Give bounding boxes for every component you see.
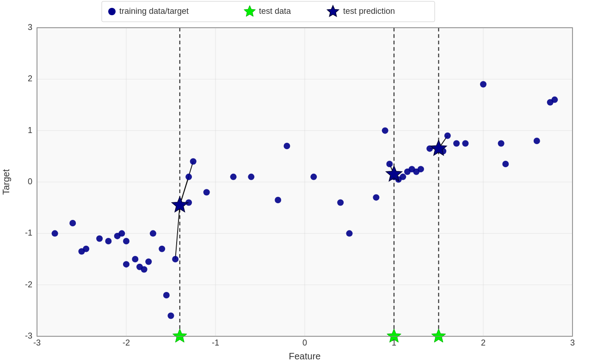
svg-point-45 — [52, 230, 58, 237]
svg-text:3: 3 — [570, 338, 575, 347]
svg-text:0: 0 — [28, 177, 32, 186]
svg-point-72 — [310, 174, 317, 180]
svg-text:Feature: Feature — [289, 351, 321, 361]
svg-point-80 — [400, 174, 406, 180]
svg-point-84 — [418, 166, 424, 172]
svg-point-58 — [145, 259, 152, 265]
svg-point-55 — [132, 256, 138, 262]
svg-point-57 — [141, 266, 148, 273]
svg-point-71 — [283, 143, 290, 149]
svg-point-48 — [83, 246, 89, 252]
svg-point-94 — [534, 138, 540, 144]
svg-point-91 — [480, 81, 486, 87]
svg-text:-1: -1 — [212, 338, 219, 347]
svg-point-63 — [172, 256, 179, 262]
svg-point-46 — [69, 220, 76, 226]
svg-point-60 — [159, 246, 165, 252]
svg-point-53 — [123, 238, 129, 244]
svg-point-75 — [373, 194, 379, 200]
svg-point-96 — [551, 97, 558, 103]
svg-text:-2: -2 — [123, 338, 130, 347]
chart-container: -3-2-10123-3-2-10123FeatureTargettrainin… — [0, 0, 591, 364]
svg-text:-3: -3 — [33, 338, 41, 347]
svg-text:3: 3 — [28, 23, 32, 32]
svg-text:2: 2 — [481, 338, 486, 347]
svg-point-68 — [230, 174, 237, 180]
svg-text:1: 1 — [28, 126, 32, 135]
svg-text:0: 0 — [302, 338, 307, 347]
svg-point-73 — [337, 200, 344, 206]
svg-point-49 — [96, 235, 103, 242]
svg-point-74 — [346, 230, 353, 237]
svg-text:-1: -1 — [25, 228, 32, 237]
svg-point-93 — [502, 161, 509, 167]
svg-point-90 — [462, 140, 468, 147]
svg-point-69 — [248, 174, 254, 180]
svg-text:test data: test data — [259, 6, 291, 16]
svg-point-66 — [190, 158, 197, 164]
svg-point-50 — [105, 238, 111, 244]
svg-point-65 — [185, 174, 192, 180]
svg-point-52 — [118, 230, 125, 237]
svg-point-67 — [203, 189, 210, 195]
svg-text:2: 2 — [28, 74, 32, 83]
svg-point-54 — [123, 261, 129, 267]
svg-point-89 — [453, 140, 460, 147]
svg-point-70 — [275, 197, 281, 203]
svg-point-59 — [150, 230, 156, 237]
svg-point-88 — [444, 133, 451, 139]
svg-point-98 — [108, 8, 116, 15]
svg-point-62 — [168, 312, 174, 319]
svg-point-92 — [498, 140, 505, 147]
svg-text:-3: -3 — [25, 331, 32, 340]
svg-text:training data/target: training data/target — [119, 6, 189, 16]
main-chart: -3-2-10123-3-2-10123FeatureTargettrainin… — [0, 0, 591, 364]
svg-text:-2: -2 — [25, 280, 32, 289]
svg-point-77 — [386, 161, 393, 167]
svg-text:Target: Target — [1, 169, 11, 195]
svg-text:test prediction: test prediction — [343, 6, 395, 16]
svg-point-76 — [382, 127, 388, 134]
svg-point-61 — [163, 292, 170, 298]
